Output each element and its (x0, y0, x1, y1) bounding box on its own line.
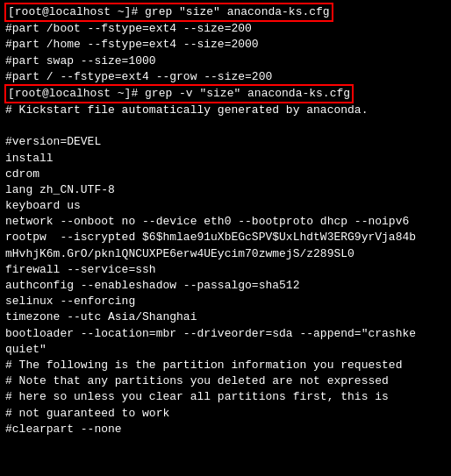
output-line: mHvhjK6m.GrO/pknlQNCUXPE6erw4UEycim70zwm… (5, 246, 446, 262)
empty-line (5, 437, 446, 453)
terminal: [root@localhost ~]# grep "size" anaconda… (0, 0, 451, 476)
output-line: #part /home --fstype=ext4 --size=2000 (5, 37, 446, 53)
output-line: lang zh_CN.UTF-8 (5, 182, 446, 198)
output-line: quiet" (5, 342, 446, 358)
output-line: #part / --fstype=ext4 --grow --size=200 (5, 69, 446, 85)
output-line: selinux --enforcing (5, 294, 446, 309)
output-line: #clearpart --none (5, 422, 446, 437)
output-line: timezone --utc Asia/Shanghai (5, 309, 446, 325)
output-line: cdrom (5, 167, 446, 182)
output-line-clear: # here so unless you clear all partition… (5, 389, 446, 405)
empty-line (5, 469, 446, 476)
output-line: authconfig --enableshadow --passalgo=sha… (5, 278, 446, 294)
command-line-1: [root@localhost ~]# grep "size" anaconda… (5, 4, 446, 21)
output-line: # Kickstart file automatically generated… (5, 103, 446, 118)
command-line-2: [root@localhost ~]# grep -v "size" anaco… (5, 85, 446, 103)
output-line: keyboard us (5, 198, 446, 214)
prompt-2: [root@localhost ~]# grep -v "size" anaco… (5, 85, 353, 103)
output-line: #part /boot --fstype=ext4 --size=200 (5, 21, 446, 37)
empty-line (5, 118, 446, 134)
output-line: # Note that any partitions you deleted a… (5, 373, 446, 389)
output-line: bootloader --location=mbr --driveorder=s… (5, 326, 446, 342)
empty-line (5, 453, 446, 469)
output-line: install (5, 151, 446, 167)
output-line: # not guaranteed to work (5, 406, 446, 422)
prompt-1: [root@localhost ~]# grep "size" anaconda… (5, 4, 333, 21)
output-line-following: # The following is the partition informa… (5, 358, 446, 373)
output-line: rootpw --iscrypted $6$hmlae91uXbEGcSPV$U… (5, 230, 446, 245)
output-line: network --onboot no --device eth0 --boot… (5, 214, 446, 230)
output-line: #version=DEVEL (5, 134, 446, 150)
output-line-firewall: firewall --service=ssh (5, 262, 446, 278)
output-line: #part swap --size=1000 (5, 53, 446, 69)
